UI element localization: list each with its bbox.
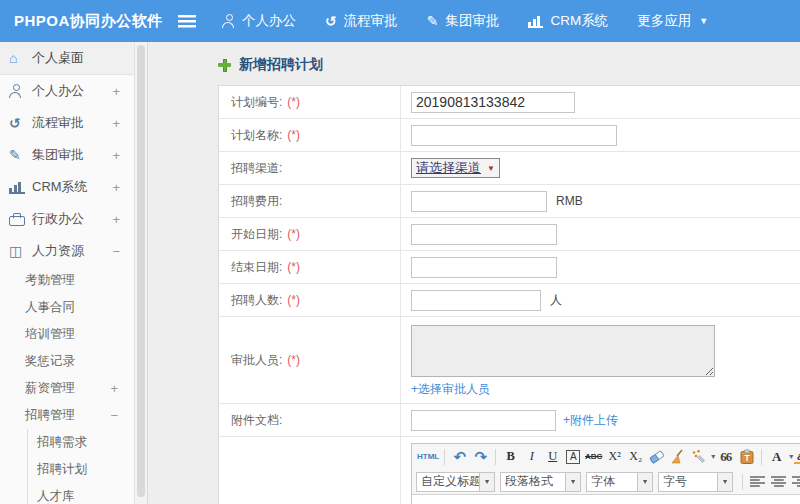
sidebar-item-hr-contract[interactable]: 人事合同 xyxy=(0,294,134,321)
sidebar: ⌂ 个人桌面 个人办公 + ↺ 流程审批 + ✎ 集团审批 + CRM系统 + … xyxy=(0,42,134,504)
sidebar-scrollbar[interactable] xyxy=(134,42,148,504)
headcount-label: 招聘人数: xyxy=(231,292,282,309)
workflow-icon: ↺ xyxy=(325,14,337,28)
sidebar-item-salary[interactable]: 薪资管理 + xyxy=(0,375,134,402)
form-row-plan-number: 计划编号: (*) xyxy=(219,86,800,119)
strikethrough-button[interactable]: ABC xyxy=(584,447,603,467)
expand-plus-icon[interactable]: + xyxy=(110,381,118,396)
undo-icon[interactable]: ↶ xyxy=(450,447,469,467)
blockquote-button[interactable]: 66 xyxy=(716,447,735,467)
sidebar-item-hr[interactable]: ◫ 人力资源 − xyxy=(0,235,134,267)
fee-unit: RMB xyxy=(556,194,583,208)
channel-label: 招聘渠道: xyxy=(231,160,282,177)
collapse-minus-icon[interactable]: − xyxy=(110,408,118,423)
nav-more-apps[interactable]: 更多应用 ▼ xyxy=(637,12,708,30)
headcount-unit: 人 xyxy=(550,292,562,309)
sidebar-item-attendance[interactable]: 考勤管理 xyxy=(0,267,134,294)
font-family-select[interactable]: 字体 ▾ xyxy=(586,472,653,492)
select-arrow-icon: ▼ xyxy=(487,164,495,173)
approvers-textarea[interactable] xyxy=(411,325,715,377)
expand-plus-icon[interactable]: + xyxy=(112,148,120,163)
recruitment-submenu: 招聘需求 招聘计划 人才库 xyxy=(27,429,134,504)
align-left-icon[interactable] xyxy=(750,476,765,487)
eraser-icon[interactable] xyxy=(647,447,666,467)
nav-group-approval[interactable]: ✎ 集团审批 xyxy=(427,12,500,30)
end-date-label: 结束日期: xyxy=(231,259,282,276)
caret-down-icon[interactable]: ▾ xyxy=(711,452,715,461)
custom-title-select[interactable]: 自定义标题 ▾ xyxy=(416,472,495,492)
format-painter-icon[interactable] xyxy=(689,447,708,467)
fee-input[interactable] xyxy=(411,191,547,212)
caret-down-icon: ▾ xyxy=(479,473,494,491)
highlight-color-button[interactable]: ab xyxy=(794,449,800,464)
expand-plus-icon[interactable]: + xyxy=(112,116,120,131)
sidebar-item-workflow-approval[interactable]: ↺ 流程审批 + xyxy=(0,107,134,139)
channel-select[interactable]: 请选择渠道 ▼ xyxy=(411,158,500,178)
underline-button[interactable]: U xyxy=(543,447,562,467)
nav-crm[interactable]: CRM系统 xyxy=(528,12,608,30)
sidebar-item-group-approval[interactable]: ✎ 集团审批 + xyxy=(0,139,134,171)
hamburger-menu-icon[interactable] xyxy=(178,15,196,28)
fee-label: 招聘费用: xyxy=(231,193,282,210)
expand-plus-icon[interactable]: + xyxy=(112,212,120,227)
sidebar-item-crm[interactable]: CRM系统 + xyxy=(0,171,134,203)
sidebar-item-personal-office[interactable]: 个人办公 + xyxy=(0,75,134,107)
expand-plus-icon[interactable]: + xyxy=(112,84,120,99)
person-icon xyxy=(9,84,25,98)
sidebar-item-recruit-demand[interactable]: 招聘需求 xyxy=(28,429,134,456)
plan-number-input[interactable] xyxy=(411,92,575,113)
required-mark: (*) xyxy=(287,260,300,274)
clean-format-broom-icon[interactable] xyxy=(668,447,687,467)
form-row-channel: 招聘渠道: 请选择渠道 ▼ xyxy=(219,152,800,185)
sidebar-item-training[interactable]: 培训管理 xyxy=(0,321,134,348)
home-icon: ⌂ xyxy=(9,51,25,65)
form-row-end-date: 结束日期: (*) xyxy=(219,251,800,284)
paragraph-format-select[interactable]: 段落格式 ▾ xyxy=(500,472,581,492)
form-row-approvers: 审批人员: (*) +选择审批人员 xyxy=(219,317,800,404)
headcount-input[interactable] xyxy=(411,290,541,311)
channel-selected-value: 请选择渠道 xyxy=(416,159,481,177)
app-window: PHPOA协同办公软件 个人办公 ↺ 流程审批 ✎ 集团审批 CRM系统 更多应… xyxy=(0,0,800,504)
font-color-button[interactable]: A xyxy=(767,447,786,467)
bold-button[interactable]: B xyxy=(501,447,520,467)
sidebar-item-talent-pool[interactable]: 人才库 xyxy=(28,483,134,504)
plan-number-label: 计划编号: xyxy=(231,94,282,111)
sidebar-item-desktop[interactable]: ⌂ 个人桌面 xyxy=(0,42,134,75)
workflow-icon: ↺ xyxy=(9,116,25,130)
html-source-button[interactable]: HTML xyxy=(417,447,439,467)
align-center-icon[interactable] xyxy=(771,476,786,487)
end-date-input[interactable] xyxy=(411,257,557,278)
sidebar-item-recruit-plan[interactable]: 招聘计划 xyxy=(28,456,134,483)
expand-plus-icon[interactable]: + xyxy=(112,180,120,195)
attachment-input[interactable] xyxy=(411,410,556,431)
page-title-row: 新增招聘计划 xyxy=(218,56,800,74)
align-right-icon[interactable] xyxy=(792,476,800,487)
briefcase-icon xyxy=(9,216,25,226)
bar-chart-icon xyxy=(9,181,25,194)
sidebar-item-rewards[interactable]: 奖惩记录 xyxy=(0,348,134,375)
add-plus-icon xyxy=(218,59,231,72)
boxed-text-button[interactable]: A xyxy=(566,450,580,464)
required-mark: (*) xyxy=(287,95,300,109)
redo-icon[interactable]: ↷ xyxy=(471,447,490,467)
attachment-upload-link[interactable]: +附件上传 xyxy=(563,412,618,429)
form-row-attachment: 附件文档: +附件上传 xyxy=(219,404,800,437)
select-approvers-link[interactable]: +选择审批人员 xyxy=(411,381,490,398)
font-size-select[interactable]: 字号 ▾ xyxy=(658,472,733,492)
collapse-minus-icon[interactable]: − xyxy=(112,244,120,259)
superscript-button[interactable]: X² xyxy=(605,447,624,467)
caret-down-icon[interactable]: ▾ xyxy=(789,452,793,461)
caret-down-icon: ▼ xyxy=(699,16,708,26)
subscript-button[interactable]: X₂ xyxy=(626,447,645,467)
sidebar-item-admin-office[interactable]: 行政办公 + xyxy=(0,203,134,235)
scrollbar-thumb[interactable] xyxy=(137,45,145,497)
paste-text-icon[interactable]: T xyxy=(737,447,756,467)
plan-name-input[interactable] xyxy=(411,125,617,146)
italic-button[interactable]: I xyxy=(522,447,541,467)
nav-personal-office[interactable]: 个人办公 xyxy=(222,12,296,30)
bar-chart-icon xyxy=(528,15,543,28)
editor-content-area[interactable] xyxy=(412,494,800,504)
sidebar-item-recruitment[interactable]: 招聘管理 − xyxy=(0,402,134,429)
start-date-input[interactable] xyxy=(411,224,557,245)
nav-workflow-approval[interactable]: ↺ 流程审批 xyxy=(325,12,398,30)
